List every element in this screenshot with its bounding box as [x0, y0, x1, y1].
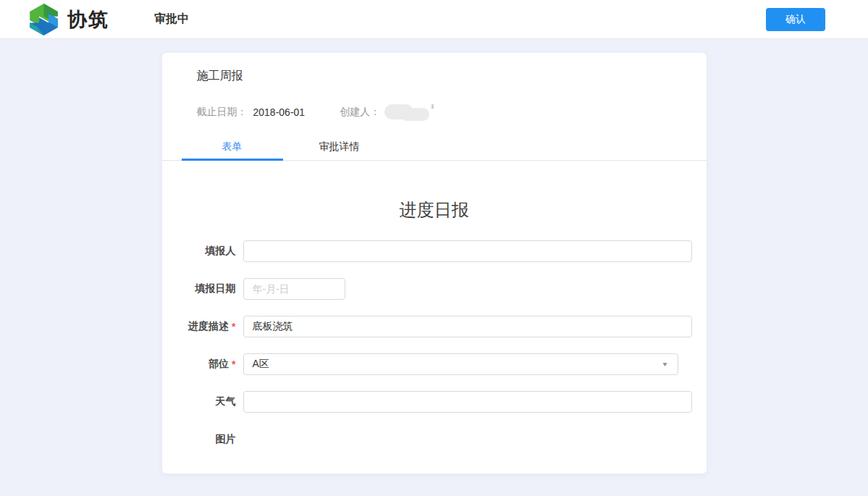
- form-row-fill-date: 填报日期: [162, 278, 692, 300]
- brand: 协筑: [28, 3, 109, 36]
- form-title: 进度日报: [162, 198, 707, 222]
- required-asterisk: *: [232, 358, 235, 370]
- tab-approval-details[interactable]: 审批详情: [289, 134, 390, 160]
- report-title: 施工周报: [162, 53, 707, 84]
- location-label: 部位: [208, 358, 229, 371]
- progress-desc-input[interactable]: [243, 316, 692, 337]
- form-body: 填报人 填报日期 进度描述 * 部位 * A区 ▼: [162, 240, 707, 450]
- page-title: 审批中: [154, 12, 189, 27]
- form-row-weather: 天气: [162, 391, 692, 413]
- brand-name: 协筑: [67, 7, 109, 33]
- creator-label: 创建人：: [340, 106, 380, 119]
- confirm-button[interactable]: 确认: [766, 8, 825, 31]
- form-row-image: 图片: [162, 429, 692, 450]
- tab-bar: 表单 审批详情: [162, 134, 707, 161]
- top-header: 协筑 审批中 确认: [0, 0, 868, 39]
- progress-desc-label: 进度描述: [188, 320, 229, 333]
- form-row-location: 部位 * A区 ▼: [162, 353, 692, 375]
- fill-date-input[interactable]: [243, 278, 345, 300]
- deadline-label: 截止日期：: [197, 106, 248, 119]
- form-row-progress-desc: 进度描述 *: [162, 316, 692, 337]
- location-select-value: A区: [253, 358, 269, 371]
- xiezhu-logo-icon: [28, 3, 60, 36]
- filler-label: 填报人: [206, 245, 236, 258]
- location-select[interactable]: A区 ▼: [243, 353, 678, 375]
- filler-input[interactable]: [243, 240, 692, 262]
- deadline-value: 2018-06-01: [253, 106, 306, 118]
- weather-input[interactable]: [243, 391, 692, 413]
- image-label: 图片: [216, 433, 236, 446]
- report-meta: 截止日期： 2018-06-01 创建人：: [162, 84, 707, 121]
- chevron-down-icon: ▼: [662, 361, 669, 367]
- tab-form[interactable]: 表单: [182, 134, 283, 160]
- required-asterisk: *: [232, 321, 235, 332]
- approval-card: 施工周报 截止日期： 2018-06-01 创建人： 表单 审批详情 进度日报 …: [162, 53, 707, 474]
- weather-label: 天气: [216, 395, 236, 408]
- fill-date-label: 填报日期: [195, 282, 236, 295]
- form-row-filler: 填报人: [162, 240, 692, 262]
- creator-name-redacted: [384, 103, 431, 121]
